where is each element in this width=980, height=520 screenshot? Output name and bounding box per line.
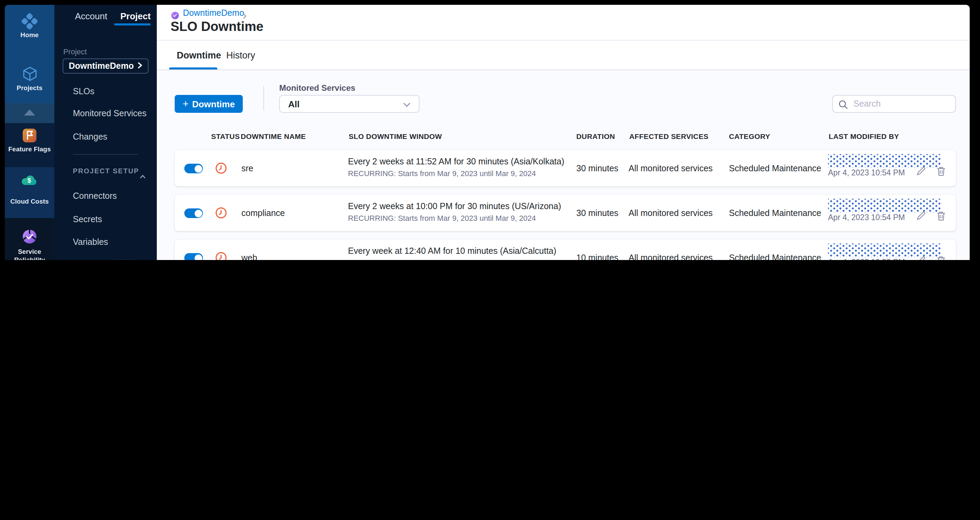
screen: Home Projects Feature Flags: [0, 0, 980, 260]
sidenav-divider: [73, 154, 138, 155]
tab-history[interactable]: History: [226, 50, 255, 60]
sidenav-item-monitored-services[interactable]: Monitored Services: [73, 109, 146, 118]
recurring-clock-icon: [215, 207, 227, 221]
edit-icon[interactable]: [916, 211, 926, 224]
sidebar-item-projects[interactable]: [5, 66, 54, 84]
sidebar-label-reliability: Reliability: [5, 256, 54, 260]
feature-flags-icon: [22, 134, 37, 145]
status-toggle[interactable]: [184, 208, 203, 218]
chevron-down-icon: [403, 98, 410, 110]
home-icon: [21, 20, 38, 32]
affected-services: All monitored services: [628, 208, 713, 218]
col-last-modified-by: LAST MODIFIED BY: [829, 132, 899, 140]
sidebar-item-service-reliability[interactable]: [5, 229, 54, 247]
last-modified-time: Apr 4, 2023 10:54 PM: [828, 213, 905, 221]
category: Scheduled Maintenance: [729, 164, 821, 173]
sidenav-item-connectors[interactable]: Connectors: [73, 191, 117, 201]
add-downtime-button[interactable]: + Downtime: [175, 95, 243, 113]
sidebar-label-service: Service: [5, 248, 54, 255]
chevron-right-icon: [137, 61, 142, 71]
window-recurrence: RECURRING: Starts from Mar 9, 2023 until…: [348, 169, 564, 178]
sidenav-item-variables[interactable]: Variables: [73, 237, 108, 247]
window-recurrence: RECURRING: Starts from Mar 9, 2023 until…: [348, 259, 556, 260]
sidebar-item-cloud-costs[interactable]: $: [5, 174, 54, 189]
svg-text:$: $: [27, 177, 31, 184]
active-tab-underline: [169, 67, 217, 70]
sidebar-label-feature-flags: Feature Flags: [5, 145, 54, 153]
service-reliability-icon: [22, 235, 37, 246]
delete-icon[interactable]: [937, 167, 946, 179]
tab-downtime[interactable]: Downtime: [177, 50, 221, 60]
page-title: SLO Downtime: [170, 19, 263, 34]
status-toggle[interactable]: [184, 253, 203, 260]
delete-icon[interactable]: [937, 211, 946, 224]
col-duration: DURATION: [576, 132, 615, 140]
page-header: DowntimeDemo SLO Downtime: [157, 5, 970, 41]
sidenav-item-secrets[interactable]: Secrets: [73, 215, 102, 224]
app-window: Home Projects Feature Flags: [5, 5, 970, 260]
last-modified-time: Apr 4, 2023 10:54 PM: [828, 169, 905, 177]
project-field-label: Project: [63, 48, 87, 56]
search-input[interactable]: [852, 96, 954, 111]
redacted-username: [828, 154, 942, 168]
last-modified-time: Apr 4, 2023 10:53 PM: [828, 258, 905, 260]
tab-project[interactable]: Project: [120, 11, 151, 21]
add-downtime-label: Downtime: [192, 99, 235, 109]
col-category: CATEGORY: [729, 132, 770, 140]
tab-account[interactable]: Account: [75, 11, 107, 21]
monitored-services-label: Monitored Services: [279, 83, 355, 93]
redacted-username: [828, 243, 942, 257]
monitored-services-dropdown[interactable]: All: [279, 95, 420, 113]
sidebar-label-projects: Projects: [5, 84, 54, 91]
sidebar-item-feature-flags[interactable]: [5, 128, 54, 146]
downtime-window: Every week at 12:40 AM for 10 minutes (A…: [348, 246, 556, 260]
category: Scheduled Maintenance: [729, 253, 821, 260]
category: Scheduled Maintenance: [729, 208, 821, 218]
recurring-clock-icon: [215, 162, 227, 177]
page-tabs: Downtime History: [157, 41, 970, 70]
redacted-username: [828, 199, 942, 213]
downtime-window: Every 2 weeks at 11:52 AM for 30 minutes…: [348, 157, 564, 178]
sidenav-item-changes[interactable]: Changes: [73, 132, 107, 142]
project-setup-header[interactable]: PROJECT SETUP: [73, 167, 139, 175]
window-schedule: Every 2 weeks at 10:00 PM for 30 minutes…: [348, 202, 561, 211]
module-rail: Home Projects Feature Flags: [5, 5, 54, 260]
col-downtime-name: DOWNTIME NAME: [241, 132, 306, 140]
downtime-window: Every 2 weeks at 10:00 PM for 30 minutes…: [348, 202, 561, 222]
tab-project-underline: [114, 23, 151, 25]
status-toggle[interactable]: [184, 164, 203, 173]
col-status: STATUS: [211, 132, 240, 140]
window-schedule: Every 2 weeks at 11:52 AM for 30 minutes…: [348, 157, 564, 167]
recurring-clock-icon: [215, 252, 227, 260]
table-row[interactable]: compliance Every 2 weeks at 10:00 PM for…: [175, 195, 956, 231]
projects-cube-icon: [22, 72, 38, 84]
duration: 10 minutes: [576, 253, 618, 260]
project-sidenav: Account Project Project DowntimeDemo SLO…: [54, 5, 157, 260]
downtime-name: sre: [242, 164, 253, 173]
sidebar-label-cloud-costs: Cloud Costs: [5, 197, 54, 205]
project-selector[interactable]: DowntimeDemo: [63, 59, 148, 73]
edit-icon[interactable]: [916, 167, 926, 179]
sidenav-item-slos[interactable]: SLOs: [73, 87, 95, 96]
window-schedule: Every week at 12:40 AM for 10 minutes (A…: [348, 246, 556, 256]
downtime-name: web: [242, 253, 257, 260]
sidebar-item-home[interactable]: [5, 13, 54, 32]
col-affected-services: AFFECTED SERVICES: [629, 132, 708, 140]
breadcrumb-project-link[interactable]: DowntimeDemo: [183, 8, 244, 18]
cloud-costs-icon: $: [21, 177, 38, 188]
table-row[interactable]: web Every week at 12:40 AM for 10 minute…: [175, 239, 956, 260]
rail-scroll-up-icon[interactable]: [24, 110, 35, 116]
downtime-name: compliance: [242, 208, 285, 218]
search-box: [832, 95, 956, 113]
downtime-content: + Downtime Monitored Services All STATUS…: [157, 70, 970, 260]
chevron-up-icon[interactable]: [140, 169, 146, 181]
project-selector-value: DowntimeDemo: [69, 61, 137, 71]
sidebar-label-home: Home: [5, 31, 54, 38]
project-avatar-icon: [171, 10, 179, 17]
col-slo-downtime-window: SLO DOWNTIME WINDOW: [349, 132, 442, 140]
dropdown-value: All: [288, 99, 403, 109]
toolbar-divider: [263, 86, 264, 111]
table-row[interactable]: sre Every 2 weeks at 11:52 AM for 30 min…: [175, 150, 956, 186]
search-icon: [838, 99, 848, 112]
affected-services: All monitored services: [628, 253, 713, 260]
